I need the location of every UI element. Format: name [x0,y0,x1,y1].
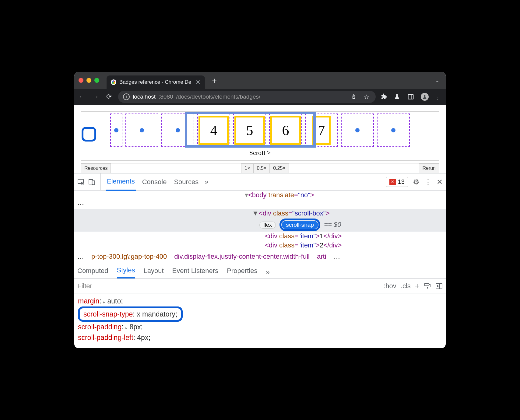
hov-toggle[interactable]: :hov [384,282,396,290]
tab-event-listeners[interactable]: Event Listeners [172,267,219,278]
scroll-demo: 4 5 6 7 Scroll > [81,111,439,161]
dom-row-selected[interactable]: ▼<div class="scroll-box"> [74,209,446,218]
scroll-item [341,114,374,147]
svg-rect-4 [89,180,93,184]
paint-icon[interactable] [424,282,431,290]
labs-icon[interactable] [394,93,402,100]
close-devtools-icon[interactable]: ✕ [437,178,443,186]
settings-icon[interactable]: ⚙ [413,178,420,186]
bookmark-icon[interactable]: ☆ [362,93,371,100]
devtools-header: Elements Console Sources » ✕ 13 ⚙ ⋮ ✕ [74,173,446,190]
new-rule-icon[interactable]: + [415,281,420,291]
item-number: 7 [312,116,331,145]
styles-filter-input[interactable] [77,282,379,290]
scroll-item [161,114,194,147]
dom-row[interactable]: ▾<body translate="no"> [74,191,446,200]
snap-dot-icon [355,128,360,132]
crumb[interactable]: p-top-300.lg\:gap-top-400 [91,253,167,261]
dom-tree[interactable]: ▾<body translate="no"> ⋯ ▼<div class="sc… [74,190,446,250]
tab-console[interactable]: Console [141,174,168,190]
url-port: :8080 [159,93,173,100]
cls-toggle[interactable]: .cls [401,282,411,290]
scroll-item: 4 [197,114,230,147]
scroll-item: 6 [269,114,302,147]
crumb[interactable]: div.display-flex.justify-content-center.… [174,253,310,261]
scroll-item [110,114,122,147]
tab-title: Badges reference - Chrome De [119,79,191,85]
scroll-item: 7 [305,114,338,147]
snap-point-highlight [82,127,96,142]
crumb-ellipsis[interactable]: … [77,253,84,261]
back-icon[interactable]: ← [78,93,86,101]
item-number: 5 [234,116,265,145]
styles-tabs: Computed Styles Layout Event Listeners P… [74,263,446,278]
error-counter[interactable]: ✕ 13 [386,177,408,187]
scroll-snap-badge[interactable]: scroll-snap [282,221,318,229]
tab-styles[interactable]: Styles [117,266,135,278]
css-rules[interactable]: margin: ▸ auto; scroll-snap-type: x mand… [74,293,446,348]
collapsed-indicator[interactable]: ⋯ [74,200,446,209]
css-line[interactable]: scroll-padding: ▸ 8px; [78,322,442,332]
tab-dropdown-icon[interactable]: ⌄ [435,77,440,84]
profile-icon[interactable] [421,93,429,101]
crumb-ellipsis[interactable]: … [334,253,340,261]
new-tab-button[interactable]: ＋ [210,76,219,85]
dom-row[interactable]: <div class="item">2</div> [74,241,446,250]
svg-point-2 [424,95,425,97]
minimize-window-icon[interactable] [86,78,91,83]
css-line-highlighted: scroll-snap-type: x mandatory; [78,306,442,322]
zoom-1x-button[interactable]: 1× [241,163,253,173]
browser-tab[interactable]: Badges reference - Chrome De ✕ [107,75,205,89]
css-line[interactable]: margin: ▸ auto; [78,296,442,306]
svg-rect-6 [425,283,429,286]
sidebar-toggle-icon[interactable] [435,282,443,290]
side-panel-icon[interactable] [407,94,416,100]
dom-eq: == $0 [324,221,341,228]
more-styles-tabs-icon[interactable]: » [266,268,269,276]
snap-dot-icon [140,128,144,132]
tab-computed[interactable]: Computed [77,267,108,278]
inspect-element-icon[interactable] [77,178,85,186]
close-tab-icon[interactable]: ✕ [195,79,201,86]
maximize-window-icon[interactable] [94,78,99,83]
snap-dot-icon [391,128,395,132]
error-icon: ✕ [389,179,396,185]
snap-dot-icon [176,128,180,132]
flex-badge[interactable]: flex [259,222,276,229]
demo-controls: Resources 1× 0.5× 0.25× Rerun [81,163,439,173]
device-toolbar-icon[interactable] [88,178,96,186]
dom-breadcrumbs[interactable]: … p-top-300.lg\:gap-top-400 div.display-… [74,250,446,263]
tab-sources[interactable]: Sources [173,174,200,190]
share-icon[interactable] [351,94,359,100]
address-bar[interactable]: i localhost:8080/docs/devtools/elements/… [118,91,376,103]
menu-icon[interactable]: ⋮ [434,93,442,100]
chrome-favicon-icon [111,79,116,85]
scroll-item: 5 [233,114,266,147]
traffic-lights [79,78,99,83]
css-line[interactable]: scroll-padding-left: 4px; [78,332,442,343]
devtools-menu-icon[interactable]: ⋮ [424,178,432,186]
close-window-icon[interactable] [79,78,83,83]
crumb[interactable]: arti [317,253,326,261]
forward-icon: → [91,93,100,101]
rerun-button[interactable]: Rerun [419,163,439,173]
url-path: /docs/devtools/elements/badges/ [176,93,261,100]
browser-window: Badges reference - Chrome De ✕ ＋ ⌄ ← → ⟳… [74,72,446,348]
toolbar: ← → ⟳ i localhost:8080/docs/devtools/ele… [74,89,446,105]
reload-icon[interactable]: ⟳ [105,93,113,101]
zoom-05x-button[interactable]: 0.5× [254,163,270,173]
extensions-icon[interactable] [381,93,389,100]
dom-badges-row[interactable]: flex scroll-snap == $0 [74,218,446,232]
site-info-icon[interactable]: i [123,93,130,100]
item-number: 6 [270,116,301,145]
item-number: 4 [199,116,229,145]
tab-properties[interactable]: Properties [227,267,257,278]
scroll-item [125,114,158,147]
tab-layout[interactable]: Layout [143,267,163,278]
scroll-snap-highlight: scroll-snap [279,219,320,231]
dom-row[interactable]: <div class="item">1</div> [74,232,446,241]
tab-elements[interactable]: Elements [106,173,136,191]
resources-button[interactable]: Resources [81,163,111,173]
more-tabs-icon[interactable]: » [205,178,208,186]
zoom-025x-button[interactable]: 0.25× [270,163,289,173]
